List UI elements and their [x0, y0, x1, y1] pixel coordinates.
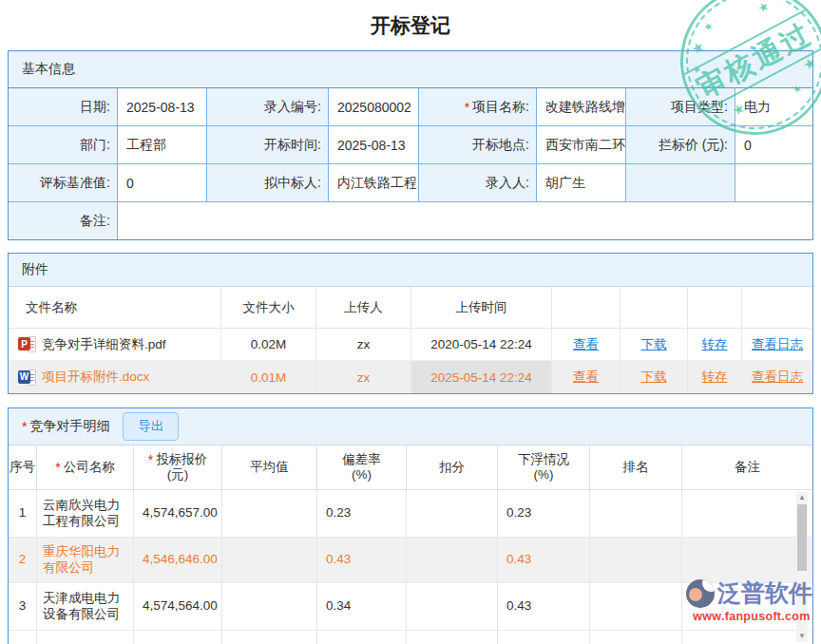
deviation-rate: 0.43: [317, 538, 407, 583]
project-type-value: 电力: [735, 88, 812, 126]
proposed-winner-value: 内江铁路工程: [329, 164, 419, 202]
col-file-name: 文件名称: [9, 287, 221, 329]
entry-no-label: 录入编号:: [207, 88, 329, 126]
benchmark-label: 评标基准值:: [9, 164, 118, 202]
file-size: 0.02M: [221, 329, 316, 361]
view-log-link[interactable]: 查看日志: [752, 369, 803, 386]
col-deduction: 扣分: [407, 445, 498, 490]
attachment-row[interactable]: P 竞争对手详细资料.pdf 0.02M zx 2020-05-14 22:24…: [9, 329, 812, 361]
file-uploader: zx: [316, 329, 411, 361]
required-marker: *: [148, 452, 153, 468]
attachments-table-header: 文件名称 文件大小 上传人 上传时间: [9, 287, 812, 329]
scroll-up-icon[interactable]: ▲: [796, 492, 808, 503]
col-empty: [742, 287, 812, 329]
download-link[interactable]: 下载: [641, 369, 667, 386]
required-marker: *: [55, 460, 60, 476]
col-rank: 排名: [590, 445, 682, 490]
scrollbar-thumb[interactable]: [797, 504, 807, 571]
recorder-value: 胡广生: [537, 164, 626, 202]
basic-info-title: 基本信息: [22, 61, 75, 78]
downfloat: [498, 631, 590, 644]
basic-info-section: 基本信息 日期: 2025-08-13 录入编号: 2025080002 *项目…: [8, 50, 813, 240]
company-name: [37, 631, 134, 644]
note: [682, 538, 812, 583]
deviation-rate: [317, 631, 407, 644]
bid-price: [134, 631, 222, 644]
export-button[interactable]: 导出: [123, 412, 179, 441]
file-name-link[interactable]: 项目开标附件.docx: [42, 369, 149, 386]
company-name: 天津成电电力设备有限公司: [37, 583, 134, 631]
empty-value: [735, 164, 812, 202]
company-name: 重庆华阳电力有限公司: [37, 538, 134, 583]
average-value: [222, 538, 317, 583]
remark-label: 备注:: [9, 202, 118, 239]
col-deviation-rate: 偏差率(%): [317, 445, 407, 490]
average-value: [222, 631, 317, 644]
date-label: 日期:: [9, 88, 118, 126]
rank: [590, 538, 682, 583]
average-value: [222, 490, 317, 538]
basic-info-row-1: 日期: 2025-08-13 录入编号: 2025080002 *项目名称: 改…: [9, 88, 812, 126]
competitor-row[interactable]: 1 云南欣兴电力工程有限公司 4,574,657.00 0.23 0.23: [9, 490, 812, 538]
competitors-table-header: 序号 *公司名称 *投标报价(元) 平均值 偏差率(%) 扣分 下浮情况(%) …: [9, 445, 812, 490]
transfer-link[interactable]: 转存: [702, 369, 728, 386]
view-link[interactable]: 查看: [573, 369, 599, 386]
attachments-section: 附件 文件名称 文件大小 上传人 上传时间 P 竞争对手详细资料.pdf 0.0…: [8, 253, 813, 394]
open-time-value: 2025-08-13: [329, 126, 419, 164]
basic-info-row-2: 部门: 工程部 开标时间: 2025-08-13 开标地点: 西安市南二环 拦标…: [9, 126, 812, 164]
open-place-label: 开标地点:: [419, 126, 537, 164]
col-empty: [688, 287, 742, 329]
proposed-winner-label: 拟中标人:: [207, 164, 329, 202]
transfer-link[interactable]: 转存: [702, 336, 728, 353]
project-name-value: 改建铁路线增: [537, 88, 626, 126]
attachments-title: 附件: [22, 261, 48, 278]
open-time-label: 开标时间:: [207, 126, 329, 164]
note: [682, 631, 812, 644]
deviation-rate: 0.23: [317, 490, 407, 538]
file-upload-time: 2020-05-14 22:24: [411, 329, 552, 361]
rank: [590, 583, 682, 631]
deduction: [407, 631, 498, 644]
open-place-value: 西安市南二环: [537, 126, 626, 164]
basic-info-header: 基本信息: [9, 51, 812, 88]
file-name-link[interactable]: 竞争对手详细资料.pdf: [42, 336, 166, 353]
pdf-file-icon: P: [18, 336, 36, 352]
note: [682, 583, 812, 631]
view-log-link[interactable]: 查看日志: [752, 336, 803, 353]
competitor-row[interactable]: 4: [9, 631, 812, 644]
required-marker: *: [465, 100, 469, 115]
competitors-section: * 竞争对手明细 导出 序号 *公司名称 *投标报价(元) 平均值 偏差率(%)…: [8, 407, 813, 644]
download-link[interactable]: 下载: [641, 336, 667, 353]
col-downfloat: 下浮情况(%): [498, 445, 590, 490]
basic-info-row-3: 评标基准值: 0 拟中标人: 内江铁路工程 录入人: 胡广生: [9, 164, 812, 202]
col-file-size: 文件大小: [221, 287, 316, 329]
serial-no: 2: [9, 538, 37, 583]
page-title: 开标登记: [0, 0, 821, 39]
average-value: [222, 583, 317, 631]
attachment-row-highlighted[interactable]: W 项目开标附件.docx 0.01M zx 2025-05-14 22:24 …: [9, 361, 812, 393]
ceiling-price-label: 拦标价 (元):: [626, 126, 735, 164]
file-size: 0.01M: [221, 361, 316, 393]
word-file-icon: W: [18, 369, 36, 386]
serial-no: 1: [9, 490, 37, 538]
benchmark-value: 0: [118, 164, 207, 202]
bid-price: 4,574,564.00: [134, 583, 222, 631]
ceiling-price-value: 0: [735, 126, 812, 164]
entry-no-value: 2025080002: [329, 88, 419, 126]
competitor-row-highlighted[interactable]: 2 重庆华阳电力有限公司 4,546,646.00 0.43 0.43: [9, 538, 812, 583]
company-name: 云南欣兴电力工程有限公司: [37, 490, 134, 538]
competitor-row[interactable]: 3 天津成电电力设备有限公司 4,574,564.00 0.34 0.43: [9, 583, 812, 631]
remark-value: [118, 202, 812, 239]
vertical-scrollbar[interactable]: ▲ ▼: [796, 492, 808, 642]
file-uploader: zx: [316, 361, 411, 393]
view-link[interactable]: 查看: [573, 336, 599, 353]
scroll-down-icon[interactable]: ▼: [796, 631, 808, 642]
col-serial-no: 序号: [9, 445, 37, 490]
file-upload-time: 2025-05-14 22:24: [411, 361, 552, 393]
rank: [590, 490, 682, 538]
col-average: 平均值: [222, 445, 317, 490]
deduction: [407, 538, 498, 583]
attachments-header: 附件: [9, 254, 812, 287]
serial-no: 4: [9, 631, 37, 644]
downfloat: 0.43: [498, 583, 590, 631]
